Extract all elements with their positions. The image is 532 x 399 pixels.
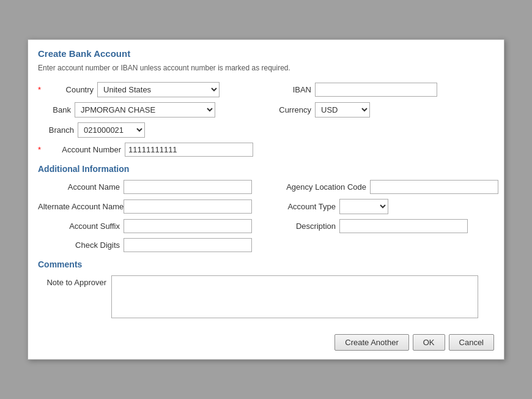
dialog-title: Create Bank Account (28, 40, 504, 62)
bank-currency-row: Bank JPMORGAN CHASE BANK OF AMERICA WELL… (38, 102, 494, 117)
branch-field-group: Branch 021000021 021000089 021200339 (38, 122, 266, 138)
account-type-field-group: Account Type Checking Savings (266, 199, 494, 214)
country-field-group: * Country United States Canada United Ki… (38, 82, 266, 97)
account-name-label: Account Name (38, 182, 124, 192)
account-number-input[interactable] (125, 143, 253, 157)
check-digits-field-group: Check Digits (38, 238, 266, 252)
cancel-button[interactable]: Cancel (449, 334, 494, 351)
alternate-account-name-input[interactable] (124, 200, 252, 214)
agency-location-field-group: Agency Location Code (266, 180, 498, 194)
alternate-account-name-label: Alternate Account Name (38, 202, 124, 211)
additional-info-title: Additional Information (38, 164, 494, 175)
agency-location-label: Agency Location Code (266, 182, 370, 192)
create-another-button[interactable]: Create Another (334, 334, 408, 351)
note-to-approver-row: Note to Approver (38, 275, 494, 318)
account-name-input[interactable] (124, 180, 252, 194)
alternate-account-name-field-group: Alternate Account Name (38, 200, 266, 214)
dialog-subtitle: Enter account number or IBAN unless acco… (28, 62, 504, 78)
account-type-label: Account Type (266, 202, 339, 211)
account-suffix-description-row: Account Suffix Description (38, 219, 494, 233)
account-suffix-field-group: Account Suffix (38, 219, 266, 233)
iban-input[interactable] (315, 83, 437, 97)
alt-account-type-row: Alternate Account Name Account Type Chec… (38, 199, 494, 214)
description-input[interactable] (339, 219, 468, 233)
dialog-footer: Create Another OK Cancel (28, 329, 504, 359)
ok-button[interactable]: OK (413, 334, 445, 351)
check-digits-row: Check Digits (38, 238, 494, 252)
form-body: * Country United States Canada United Ki… (28, 78, 504, 329)
iban-field-group: IBAN (266, 83, 494, 97)
iban-label: IBAN (266, 85, 315, 94)
currency-label: Currency (266, 105, 315, 114)
account-suffix-input[interactable] (124, 219, 252, 233)
country-label: Country (42, 85, 97, 94)
country-iban-row: * Country United States Canada United Ki… (38, 82, 494, 97)
account-number-label: Account Number (42, 145, 125, 154)
branch-label: Branch (38, 125, 78, 135)
currency-field-group: Currency USD EUR GBP JPY (266, 102, 494, 117)
note-to-approver-textarea[interactable] (111, 275, 478, 318)
description-field-group: Description (266, 219, 494, 233)
bank-label: Bank (38, 105, 75, 114)
account-suffix-label: Account Suffix (38, 222, 124, 231)
account-type-select[interactable]: Checking Savings (339, 199, 388, 214)
account-number-field-group: * Account Number (38, 143, 266, 157)
branch-row: Branch 021000021 021000089 021200339 (38, 122, 494, 138)
country-required-star: * (38, 85, 41, 94)
note-to-approver-label: Note to Approver (38, 275, 111, 287)
check-digits-input[interactable] (124, 238, 252, 252)
create-bank-account-dialog: Create Bank Account Enter account number… (28, 39, 504, 360)
description-label: Description (266, 222, 339, 231)
bank-field-group: Bank JPMORGAN CHASE BANK OF AMERICA WELL… (38, 102, 266, 117)
check-digits-label: Check Digits (38, 241, 124, 250)
comments-title: Comments (38, 259, 494, 270)
account-name-agency-row: Account Name Agency Location Code (38, 180, 494, 194)
currency-select[interactable]: USD EUR GBP JPY (315, 102, 370, 117)
account-number-row: * Account Number (38, 143, 494, 157)
account-name-field-group: Account Name (38, 180, 266, 194)
agency-location-input[interactable] (370, 180, 498, 194)
branch-select[interactable]: 021000021 021000089 021200339 (78, 122, 145, 138)
bank-select[interactable]: JPMORGAN CHASE BANK OF AMERICA WELLS FAR… (75, 102, 215, 117)
country-select[interactable]: United States Canada United Kingdom Germ… (97, 82, 220, 97)
account-number-required-star: * (38, 145, 41, 154)
